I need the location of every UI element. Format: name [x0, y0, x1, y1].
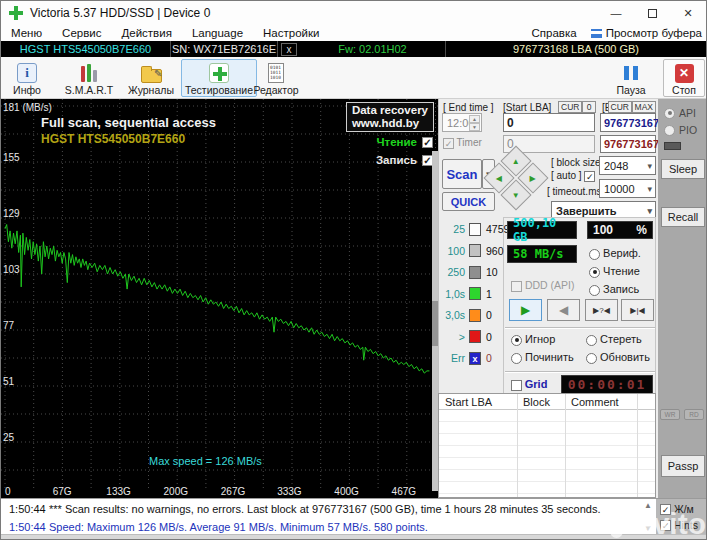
lcd-percent-value: 100 [593, 223, 613, 237]
lcd-mode-checkbox[interactable] [660, 504, 671, 515]
drive-model: HGST HTS545050B7E660 [1, 41, 171, 57]
toolbar-editor-button[interactable]: 0101 1011 1010 Редактор [247, 59, 305, 97]
back-button[interactable]: ◀ [547, 299, 580, 321]
seek-end-button[interactable]: ▶|◀ [621, 299, 654, 321]
maximize-button[interactable] [634, 1, 670, 25]
spinner-arrows[interactable]: ▲▼ [469, 115, 480, 130]
lcd-mode-label: Ж/м [674, 503, 694, 515]
drive-sn-close-button[interactable]: x [281, 43, 297, 56]
ignore-radio[interactable] [511, 335, 522, 346]
pio-radio[interactable] [664, 125, 675, 136]
scroll-up-icon[interactable]: ▲ [644, 501, 652, 510]
close-button[interactable]: ✕ [670, 1, 706, 25]
hints-checkbox[interactable] [660, 520, 671, 531]
lcd-percent: 100 % [587, 221, 653, 239]
action-remap[interactable]: Починить [511, 351, 574, 364]
counter-row-100: 100960 [439, 243, 504, 259]
toolbar-test-label: Тестирование [185, 84, 253, 96]
play-button[interactable]: ▶ [509, 299, 542, 321]
graph-subtitle: HGST HTS545050B7E660 [41, 132, 185, 146]
refresh-radio[interactable] [586, 353, 597, 364]
timer-label: Timer [457, 137, 482, 148]
legend-write: Запись ✓ [376, 154, 433, 166]
block-size-combo[interactable]: 2048 [599, 156, 656, 175]
auto-label: [ auto ] [551, 170, 582, 181]
end-lba-cur-button[interactable]: CUR [608, 101, 632, 113]
start-lba-input[interactable]: 0 [503, 113, 595, 132]
mode-verify[interactable]: Вериф. [589, 247, 641, 260]
auto-checkbox[interactable] [584, 171, 595, 182]
seek-error-button[interactable]: ▶?◀ [585, 299, 618, 321]
end-lba-max-button[interactable]: MAX [632, 101, 656, 113]
col-block[interactable]: Block [517, 396, 565, 408]
scan-button[interactable]: Scan [442, 159, 482, 189]
timer-checkbox[interactable] [443, 138, 454, 149]
counter-label: > [439, 331, 465, 343]
x-tick-label: 200G [164, 486, 188, 497]
menu-item-help[interactable]: Справка [518, 27, 591, 39]
write-radio[interactable] [589, 285, 600, 296]
log-options: Ж/м Hints [656, 498, 707, 534]
ddd-checkbox[interactable] [511, 281, 522, 292]
hints-row[interactable]: Hints [660, 519, 698, 531]
toolbar-smart-label: S.M.A.R.T [65, 84, 113, 96]
smart-bars-icon [81, 64, 97, 82]
mode-read[interactable]: Чтение [589, 265, 640, 278]
mode-write[interactable]: Запись [589, 283, 639, 296]
recall-button[interactable]: Recall [661, 207, 705, 227]
end-time-spinner[interactable]: 12:00 ▲▼ [442, 113, 482, 132]
log-text: *** Scan results: no warnings, no errors… [49, 503, 601, 515]
minimize-button[interactable]: — [598, 1, 634, 25]
passp-button[interactable]: Passp [661, 455, 705, 477]
verify-radio[interactable] [589, 249, 600, 260]
end-lba-input-2[interactable]: 976773167 [600, 135, 656, 153]
legend-read-checkbox[interactable]: ✓ [422, 137, 433, 148]
lcd-timer: 00:00:01 [561, 375, 653, 394]
action-ignore[interactable]: Игнор [511, 333, 555, 346]
api-radio[interactable] [664, 108, 675, 119]
y-tick-label: 181 (MB/s) [3, 102, 52, 113]
counter-row-250: 25010 [439, 264, 498, 280]
log-scroll-arrows[interactable]: ▲▼ [644, 501, 652, 533]
counter-row->: >0 [439, 329, 492, 345]
stop-button[interactable]: ✕ Стоп [663, 59, 705, 97]
pio-row[interactable]: PIO [664, 124, 697, 136]
counter-row-1,0s: 1,0s1 [439, 286, 492, 302]
read-radio[interactable] [589, 267, 600, 278]
toolbar-smart-button[interactable]: S.M.A.R.T [59, 59, 119, 97]
toolbar-logs-button[interactable]: Журналы [123, 59, 179, 97]
remap-label: Починить [525, 351, 574, 363]
counter-row-3,0s: 3,0s0 [439, 307, 492, 323]
toolbar-test-button[interactable]: Тестирование [181, 59, 257, 97]
lcd-mode-row[interactable]: Ж/м [660, 503, 694, 515]
toolbar-info-button[interactable]: i Инфо [1, 59, 53, 97]
menu-item-2[interactable]: Действия [111, 27, 181, 39]
folder-icon [141, 69, 162, 83]
legend-read: Чтение ✓ [376, 136, 433, 148]
buffer-view-button[interactable]: Просмотр буфера [591, 27, 706, 39]
api-row[interactable]: API [664, 107, 696, 119]
counter-label: 100 [439, 245, 465, 257]
lcd-percent-sign: % [636, 223, 647, 237]
menu-item-4[interactable]: Настройки [253, 27, 329, 39]
end-lba-input[interactable]: 976773167 [600, 113, 656, 132]
log-time: 1:50:44 [1, 503, 49, 515]
scroll-down-icon[interactable]: ▼ [644, 524, 652, 533]
start-lba-zero-button[interactable]: 0 [582, 101, 596, 113]
timeout-combo[interactable]: 10000 [599, 179, 656, 198]
menu-item-0[interactable]: Меню [1, 27, 52, 39]
pause-button[interactable]: Пауза [605, 59, 657, 97]
menu-item-1[interactable]: Сервис [52, 27, 111, 39]
col-start-lba[interactable]: Start LBA [439, 396, 517, 408]
quick-button[interactable]: QUICK [442, 192, 495, 211]
menu-item-3[interactable]: Language [182, 27, 253, 39]
action-erase[interactable]: Стереть [586, 333, 642, 346]
action-refresh[interactable]: Обновить [586, 351, 650, 364]
col-comment[interactable]: Comment [565, 396, 655, 408]
speed-graph-canvas [1, 99, 438, 498]
sleep-button[interactable]: Sleep [661, 159, 705, 179]
erase-radio[interactable] [586, 335, 597, 346]
grid-checkbox[interactable] [511, 380, 522, 391]
start-lba-cur-button[interactable]: CUR [558, 101, 582, 113]
remap-radio[interactable] [511, 353, 522, 364]
